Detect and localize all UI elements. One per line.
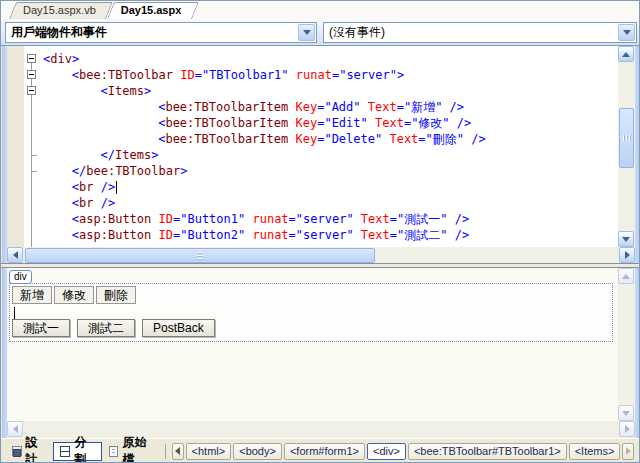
code-line[interactable]: <bee:TBToolbar ID="TBToolbar1" runat="se… <box>43 67 618 83</box>
toolbar-item-button[interactable]: 刪除 <box>96 286 136 304</box>
source-view-icon <box>109 446 119 457</box>
breadcrumb-tag[interactable]: <html> <box>186 443 232 460</box>
fold-collapse-icon[interactable] <box>27 54 36 63</box>
code-line[interactable]: <bee:TBToolbarItem Key="Edit" Text="修改" … <box>43 115 618 131</box>
scroll-left-icon[interactable] <box>7 421 23 437</box>
design-view-button[interactable]: 設計 <box>5 442 53 461</box>
design-view[interactable]: div 新增修改刪除 測試一測試二PostBack <box>7 268 618 421</box>
breadcrumb-tag[interactable]: <div> <box>367 443 406 460</box>
code-line[interactable]: <div> <box>43 51 618 67</box>
code-line[interactable]: <asp:Button ID="Button1" runat="server" … <box>43 211 618 227</box>
objects-dropdown-value: 用戶端物件和事件 <box>11 25 107 39</box>
vertical-scroll-thumb[interactable] <box>619 108 634 168</box>
design-toolbar: 新增修改刪除 <box>12 286 138 304</box>
vs-document-window: Day15.aspx.vb Day15.aspx 用戶端物件和事件 (沒有事件)… <box>0 0 640 463</box>
indicator-margin <box>7 46 24 247</box>
chevron-down-icon[interactable] <box>298 24 315 41</box>
preview-button[interactable]: 測試一 <box>12 319 70 337</box>
horizontal-scroll-thumb[interactable] <box>25 248 375 263</box>
source-view-button[interactable]: 原始檔 <box>102 442 160 461</box>
toolbar-item-button[interactable]: 新增 <box>12 286 52 304</box>
breadcrumb-tag[interactable]: <form#form1> <box>284 443 365 460</box>
fold-end-mark <box>32 155 37 156</box>
navigation-bar: 用戶端物件和事件 (沒有事件) <box>1 19 639 46</box>
code-line[interactable]: <br /> <box>43 195 618 211</box>
view-switch-bar: 設計 分割 原始檔 <html><body><form#form1><div><… <box>1 438 639 463</box>
tab-label: Day15.aspx.vb <box>23 4 96 16</box>
code-line[interactable]: <bee:TBToolbarItem Key="Add" Text="新增" /… <box>43 99 618 115</box>
design-buttons: 測試一測試二PostBack <box>12 319 215 337</box>
code-line[interactable]: <br /> <box>43 179 618 195</box>
scroll-up-icon[interactable] <box>618 46 634 62</box>
objects-dropdown[interactable]: 用戶端物件和事件 <box>5 22 317 43</box>
tab-day15-aspx[interactable]: Day15.aspx <box>107 2 192 19</box>
code-horizontal-scrollbar[interactable] <box>7 247 635 264</box>
fold-end-mark <box>32 171 37 172</box>
toolbar-item-button[interactable]: 修改 <box>54 286 94 304</box>
preview-button[interactable]: PostBack <box>142 319 215 337</box>
scroll-up-icon[interactable] <box>618 268 634 284</box>
separator <box>165 444 166 459</box>
crumb-scroll-left-icon[interactable] <box>172 443 184 460</box>
breadcrumb-tag[interactable]: <bee:TBToolbar#TBToolbar1> <box>408 443 567 460</box>
code-line[interactable]: <Items> <box>43 83 618 99</box>
breadcrumb-tag[interactable]: <body> <box>233 443 282 460</box>
div-tag-label[interactable]: div <box>9 270 32 284</box>
text-caret <box>116 181 117 194</box>
source-editor[interactable]: <div><bee:TBToolbar ID="TBToolbar1" runa… <box>7 46 618 247</box>
code-line[interactable]: <asp:Button ID="Button2" runat="server" … <box>43 227 618 243</box>
events-dropdown[interactable]: (沒有事件) <box>323 22 637 43</box>
tab-day15-aspx-vb[interactable]: Day15.aspx.vb <box>9 2 106 19</box>
design-horizontal-scrollbar[interactable] <box>7 421 635 438</box>
code-line[interactable]: </bee:TBToolbar> <box>43 163 618 179</box>
events-dropdown-value: (沒有事件) <box>329 25 385 39</box>
design-view-icon <box>12 446 21 457</box>
fold-collapse-icon[interactable] <box>27 86 36 95</box>
chevron-down-icon[interactable] <box>618 24 635 41</box>
scroll-right-icon[interactable] <box>619 421 635 437</box>
design-vertical-scrollbar[interactable] <box>618 268 635 421</box>
tag-breadcrumb: <html><body><form#form1><div><bee:TBTool… <box>185 443 622 460</box>
split-view-label: 分割 <box>74 434 94 463</box>
code-line[interactable]: <bee:TBToolbarItem Key="Delete" Text="刪除… <box>43 131 618 147</box>
scroll-down-icon[interactable] <box>618 405 634 421</box>
crumb-scroll-right-icon[interactable] <box>622 443 634 460</box>
split-view-icon <box>60 446 70 457</box>
scroll-left-icon[interactable] <box>7 247 23 263</box>
code-vertical-scrollbar[interactable] <box>618 46 635 247</box>
split-view-button[interactable]: 分割 <box>53 442 102 461</box>
document-tabstrip: Day15.aspx.vb Day15.aspx <box>1 1 639 19</box>
breadcrumb-tag[interactable]: <Items> <box>569 443 621 460</box>
scroll-right-icon[interactable] <box>619 247 635 263</box>
code-line[interactable]: </Items> <box>43 147 618 163</box>
right-edge-strip <box>635 46 640 438</box>
source-view-label: 原始檔 <box>122 434 153 463</box>
design-view-label: 設計 <box>25 434 46 463</box>
preview-button[interactable]: 測試二 <box>77 319 135 337</box>
tab-label: Day15.aspx <box>121 4 182 16</box>
scroll-down-icon[interactable] <box>618 231 634 247</box>
fold-collapse-icon[interactable] <box>27 70 36 79</box>
